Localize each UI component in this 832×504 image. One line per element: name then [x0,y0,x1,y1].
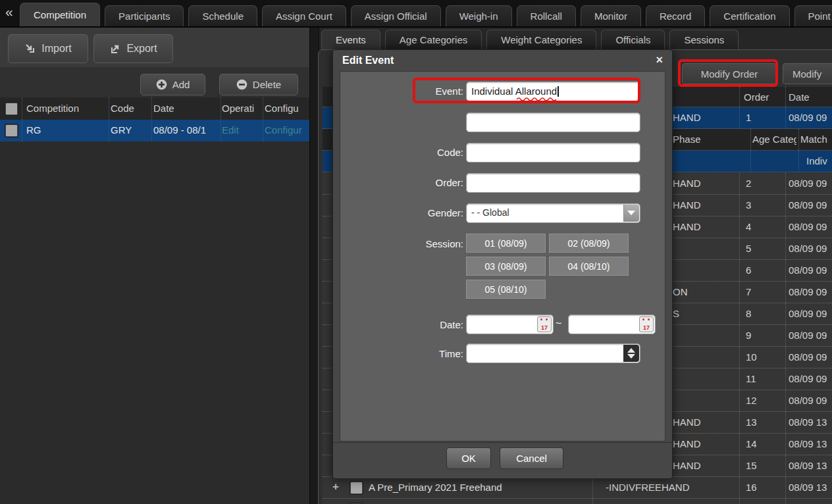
event-order: 12 [746,395,757,406]
chevron-down-icon[interactable] [623,205,639,222]
subtab-age-categories[interactable]: Age Categories [385,30,482,49]
event-order: 1 [746,112,751,123]
subtab-sessions[interactable]: Sessions [669,30,739,49]
subtab-weight-categories[interactable]: Weight Categories [486,30,596,49]
event-input-value: Individual Allaround [471,86,559,97]
ok-button[interactable]: OK [446,447,491,469]
nav-tab-point-calcu[interactable]: Point Calcu [794,5,832,26]
modify-second-button[interactable]: Modify [783,63,832,84]
col-event-date: Date [789,91,810,103]
col-phase: Phase [673,134,701,145]
session-button-2[interactable]: 02 (08/09) [549,234,629,253]
competition-code: GRY [111,124,132,136]
event-code: -INDIVFREEHAND [606,482,690,493]
event-date: 08/09 13 [789,460,827,471]
application-window: « CompetitionParticipantsScheduleAssign … [0,0,832,504]
date-end-input[interactable] [568,315,656,334]
col-order: Order [744,91,769,103]
event-order: 10 [746,351,757,363]
event-code-tail: HAND [673,199,701,211]
event-date: 08/09 09 [789,221,827,232]
event-order: 9 [746,330,751,341]
event-date: 08/09 09 [789,112,827,123]
delete-label: Delete [253,79,281,90]
event-date: 08/09 13 [789,416,827,428]
event-code-tail: HAND [673,221,701,232]
modify-second-label: Modify [793,68,821,80]
subtab-officials[interactable]: Officials [601,30,665,49]
col-match: Match [800,134,827,145]
date-start-input[interactable] [466,315,554,334]
top-navigation-bar: « CompetitionParticipantsScheduleAssign … [0,0,832,28]
spinner-down-icon [627,354,635,359]
code-input[interactable] [466,143,640,163]
calendar-icon[interactable] [639,316,654,332]
event-secondary-input[interactable] [466,113,640,132]
date-field-label: Date: [340,319,463,330]
event-date: 08/09 13 [789,482,827,493]
event-order: 3 [746,199,751,211]
configuration-tab-strip: EventsAge CategoriesWeight CategoriesOff… [321,29,739,49]
event-date: 08/09 09 [789,243,827,254]
expand-icon[interactable]: + [332,480,339,493]
nav-tab-rollcall[interactable]: Rollcall [517,5,576,26]
add-button[interactable]: Add [140,74,205,95]
ok-label: OK [461,453,476,464]
plus-circle-icon [156,79,167,90]
edit-event-dialog: Edit Event × Event: Individual Allaround… [332,49,673,479]
event-row-partial[interactable]: + [323,499,832,504]
modify-order-label: Modify Order [701,68,758,80]
gender-select[interactable]: - - Global [466,203,640,223]
competition-row-selected[interactable]: RG GRY 08/09 - 08/1 Edit Configur [0,120,309,141]
col-date: Date [153,103,174,114]
event-order: 16 [746,482,757,493]
close-icon[interactable]: × [656,53,663,67]
time-spinner[interactable] [623,345,639,362]
nav-tab-monitor[interactable]: Monitor [581,5,641,26]
nav-tab-competition[interactable]: Competition [20,3,100,26]
configure-link[interactable]: Configur [265,124,302,136]
edit-link[interactable]: Edit [222,124,239,136]
order-input[interactable] [466,173,640,193]
event-input[interactable]: Individual Allaround [466,82,640,101]
event-date: 08/09 09 [789,330,827,341]
event-row-16[interactable]: + A Pre_Primary 2021 Freehand -INDIVFREE… [323,477,832,499]
import-export-toolbar: Import Export [0,28,309,67]
nav-tab-certification[interactable]: Certification [710,5,789,26]
nav-tab-weigh-in[interactable]: Weigh-in [446,5,512,26]
col-age-category: Age Categ [752,134,796,145]
session-button-1[interactable]: 01 (08/09) [466,234,546,253]
import-button[interactable]: Import [8,34,88,63]
time-input[interactable] [466,343,640,363]
competition-date: 08/09 - 08/1 [153,124,206,136]
export-icon [109,43,121,55]
main-tab-strip: CompetitionParticipantsScheduleAssign Co… [20,0,832,26]
cancel-button[interactable]: Cancel [500,447,563,469]
export-button[interactable]: Export [93,34,173,63]
nav-tab-participants[interactable]: Participants [105,5,184,26]
event-date: 08/09 09 [789,265,827,276]
nav-tab-schedule[interactable]: Schedule [188,5,257,26]
session-button-3[interactable]: 03 (08/09) [466,257,546,276]
session-button-5[interactable]: 05 (08/10) [466,280,546,299]
collapse-sidebar-icon[interactable]: « [5,4,13,20]
select-all-checkbox[interactable] [5,103,18,115]
event-code-tail: HAND [673,112,701,123]
competition-list-panel: Import Export Add [0,28,309,504]
session-button-4[interactable]: 04 (08/10) [549,257,629,276]
event-code-tail: S [673,308,679,319]
event-order: 11 [746,373,756,384]
event-date: 08/09 09 [789,395,827,406]
col-configuration: Configu [265,103,299,114]
nav-tab-assign-court[interactable]: Assign Court [262,5,346,26]
event-code-tail: HAND [673,178,701,189]
nav-tab-assign-official[interactable]: Assign Official [351,5,441,26]
event-row-checkbox[interactable] [350,482,363,494]
modify-order-button[interactable]: Modify Order [682,63,777,84]
nav-tab-record[interactable]: Record [646,5,705,26]
calendar-icon[interactable] [537,316,552,332]
row-checkbox[interactable] [5,124,18,137]
code-field-label: Code: [340,147,463,158]
subtab-events[interactable]: Events [321,30,380,49]
delete-button[interactable]: Delete [219,74,298,95]
